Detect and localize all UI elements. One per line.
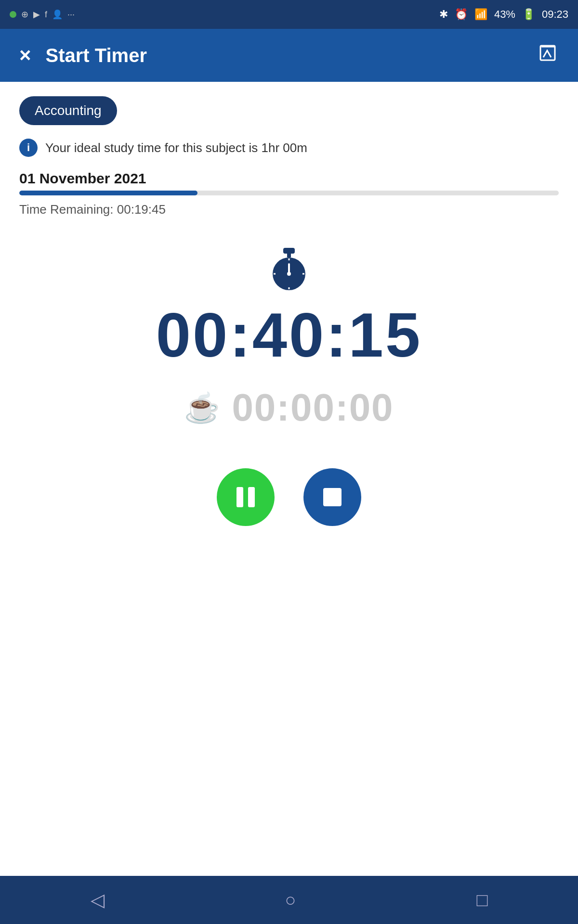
pause-icon: [236, 487, 255, 507]
main-timer: 00:40:15: [156, 304, 422, 366]
bottom-nav: ◁ ○ □: [0, 876, 578, 924]
stop-button[interactable]: [303, 468, 361, 526]
break-timer: 00:00:00: [232, 385, 394, 430]
stopwatch-icon: [270, 246, 308, 294]
battery-percent: 43%: [494, 8, 515, 21]
sim-icon: ⊕: [21, 9, 28, 20]
controls: [217, 468, 361, 526]
progress-bar-container: [19, 191, 559, 195]
progress-bar-fill: [19, 191, 197, 195]
status-bar: ⊕ ▶ f 👤 ··· ✱ ⏰ 📶 43% 🔋 09:23: [0, 0, 578, 29]
app-title: Start Timer: [46, 45, 147, 66]
alarm-icon: ⏰: [455, 8, 468, 21]
pause-button[interactable]: [217, 468, 275, 526]
battery-icon: 🔋: [522, 8, 535, 21]
time-remaining: Time Remaining: 00:19:45: [19, 202, 559, 217]
info-icon: i: [19, 139, 38, 157]
svg-point-6: [287, 272, 291, 276]
pause-bar-right: [248, 487, 255, 507]
recent-button[interactable]: □: [477, 890, 488, 911]
info-row: i Your ideal study time for this subject…: [19, 139, 559, 157]
youtube-icon: ▶: [33, 9, 40, 20]
status-info-right: ✱ ⏰ 📶 43% 🔋 09:23: [439, 8, 568, 21]
edit-icon[interactable]: [538, 43, 559, 68]
stop-icon: [323, 488, 342, 506]
app-bar-left: × Start Timer: [19, 45, 147, 66]
home-button[interactable]: ○: [285, 890, 296, 911]
svg-rect-0: [540, 46, 555, 60]
date-label: 01 November 2021: [19, 170, 559, 187]
info-message: Your ideal study time for this subject i…: [45, 141, 307, 155]
close-button[interactable]: ×: [19, 45, 31, 65]
facebook-icon: f: [45, 10, 47, 20]
break-row: ☕ 00:00:00: [184, 385, 394, 430]
main-content: Accounting i Your ideal study time for t…: [0, 82, 578, 876]
user-icon: 👤: [52, 9, 63, 20]
subject-badge[interactable]: Accounting: [19, 96, 117, 125]
pause-bar-left: [236, 487, 243, 507]
notification-dot: [10, 11, 16, 18]
clock-time: 09:23: [542, 8, 568, 21]
break-icon: ☕: [184, 391, 220, 425]
bluetooth-icon: ✱: [439, 8, 448, 21]
status-icons-left: ⊕ ▶ f 👤 ···: [10, 9, 75, 20]
wifi-icon: 📶: [474, 8, 487, 21]
svg-rect-3: [287, 253, 291, 257]
timer-section: 00:40:15 ☕ 00:00:00: [19, 246, 559, 526]
app-bar: × Start Timer: [0, 29, 578, 82]
more-icon: ···: [67, 10, 75, 20]
back-button[interactable]: ◁: [91, 889, 105, 911]
